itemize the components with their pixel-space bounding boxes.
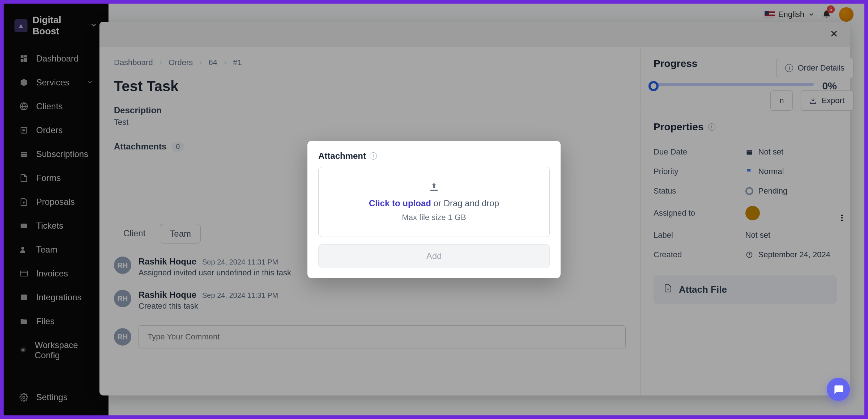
attachment-upload-modal: Attachment i Click to upload or Drag and…: [307, 141, 561, 278]
add-button[interactable]: Add: [318, 244, 550, 268]
upload-icon: [429, 182, 439, 194]
chat-support-button[interactable]: [827, 378, 850, 401]
max-file-size-text: Max file size 1 GB: [402, 213, 466, 222]
chat-icon: [833, 384, 844, 395]
app-frame: ▲ Digital Boost Dashboard Services Clien…: [4, 4, 864, 415]
modal-title: Attachment: [318, 151, 366, 161]
file-dropzone[interactable]: Click to upload or Drag and drop Max fil…: [318, 167, 550, 237]
drag-drop-text: or Drag and drop: [431, 198, 499, 208]
click-to-upload-link[interactable]: Click to upload: [369, 198, 431, 208]
info-icon[interactable]: i: [370, 152, 377, 160]
